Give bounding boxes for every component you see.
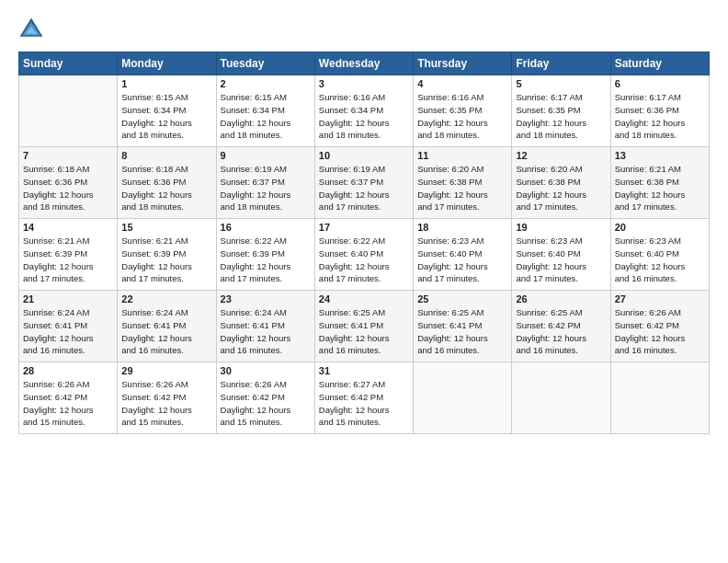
header-day: Monday bbox=[118, 52, 216, 75]
day-number: 2 bbox=[221, 78, 311, 89]
day-info: Sunrise: 6:15 AM Sunset: 6:34 PM Dayligh… bbox=[121, 91, 211, 142]
day-info: Sunrise: 6:20 AM Sunset: 6:38 PM Dayligh… bbox=[417, 163, 507, 213]
day-number: 26 bbox=[516, 293, 606, 304]
week-row: 14Sunrise: 6:21 AM Sunset: 6:39 PM Dayli… bbox=[19, 219, 710, 291]
day-number: 12 bbox=[516, 150, 606, 161]
day-number: 18 bbox=[417, 222, 507, 233]
day-number: 10 bbox=[319, 150, 409, 161]
day-info: Sunrise: 6:22 AM Sunset: 6:39 PM Dayligh… bbox=[221, 235, 311, 285]
day-info: Sunrise: 6:25 AM Sunset: 6:41 PM Dayligh… bbox=[319, 306, 409, 357]
page: SundayMondayTuesdayWednesdayThursdayFrid… bbox=[0, 0, 728, 443]
calendar-table: SundayMondayTuesdayWednesdayThursdayFrid… bbox=[18, 52, 710, 434]
day-info: Sunrise: 6:26 AM Sunset: 6:42 PM Dayligh… bbox=[121, 378, 211, 429]
day-info: Sunrise: 6:24 AM Sunset: 6:41 PM Dayligh… bbox=[121, 306, 211, 357]
calendar-cell bbox=[19, 75, 118, 147]
day-info: Sunrise: 6:26 AM Sunset: 6:42 PM Dayligh… bbox=[23, 378, 113, 429]
day-number: 6 bbox=[615, 78, 705, 89]
day-number: 25 bbox=[417, 293, 507, 304]
day-number: 22 bbox=[121, 293, 211, 304]
calendar-cell bbox=[414, 362, 512, 434]
day-number: 28 bbox=[23, 365, 113, 376]
calendar-cell: 22Sunrise: 6:24 AM Sunset: 6:41 PM Dayli… bbox=[118, 291, 216, 362]
week-row: 7Sunrise: 6:18 AM Sunset: 6:36 PM Daylig… bbox=[19, 147, 710, 219]
calendar-cell: 14Sunrise: 6:21 AM Sunset: 6:39 PM Dayli… bbox=[19, 219, 118, 291]
calendar-cell: 9Sunrise: 6:19 AM Sunset: 6:37 PM Daylig… bbox=[216, 147, 314, 219]
day-number: 27 bbox=[615, 293, 705, 304]
day-info: Sunrise: 6:15 AM Sunset: 6:34 PM Dayligh… bbox=[221, 91, 311, 142]
day-info: Sunrise: 6:21 AM Sunset: 6:38 PM Dayligh… bbox=[615, 163, 705, 213]
day-number: 5 bbox=[516, 78, 606, 89]
calendar-cell: 10Sunrise: 6:19 AM Sunset: 6:37 PM Dayli… bbox=[314, 147, 413, 219]
day-info: Sunrise: 6:23 AM Sunset: 6:40 PM Dayligh… bbox=[417, 235, 507, 285]
day-info: Sunrise: 6:17 AM Sunset: 6:35 PM Dayligh… bbox=[516, 91, 606, 142]
day-number: 14 bbox=[23, 222, 113, 233]
header bbox=[18, 17, 710, 42]
calendar-cell: 28Sunrise: 6:26 AM Sunset: 6:42 PM Dayli… bbox=[19, 362, 118, 434]
header-day: Saturday bbox=[610, 52, 709, 75]
header-row: SundayMondayTuesdayWednesdayThursdayFrid… bbox=[19, 52, 710, 75]
calendar-cell: 16Sunrise: 6:22 AM Sunset: 6:39 PM Dayli… bbox=[216, 219, 314, 291]
calendar-cell: 1Sunrise: 6:15 AM Sunset: 6:34 PM Daylig… bbox=[118, 75, 216, 147]
calendar-cell bbox=[512, 362, 610, 434]
calendar-cell: 19Sunrise: 6:23 AM Sunset: 6:40 PM Dayli… bbox=[512, 219, 610, 291]
day-info: Sunrise: 6:25 AM Sunset: 6:42 PM Dayligh… bbox=[516, 306, 606, 357]
calendar-cell: 12Sunrise: 6:20 AM Sunset: 6:38 PM Dayli… bbox=[512, 147, 610, 219]
day-info: Sunrise: 6:23 AM Sunset: 6:40 PM Dayligh… bbox=[516, 235, 606, 285]
day-info: Sunrise: 6:27 AM Sunset: 6:42 PM Dayligh… bbox=[319, 378, 409, 429]
day-number: 13 bbox=[615, 150, 705, 161]
day-number: 19 bbox=[516, 222, 606, 233]
day-number: 15 bbox=[121, 222, 211, 233]
day-info: Sunrise: 6:16 AM Sunset: 6:35 PM Dayligh… bbox=[417, 91, 507, 142]
header-day: Tuesday bbox=[216, 52, 314, 75]
day-info: Sunrise: 6:23 AM Sunset: 6:40 PM Dayligh… bbox=[615, 235, 705, 285]
day-info: Sunrise: 6:19 AM Sunset: 6:37 PM Dayligh… bbox=[319, 163, 409, 213]
calendar-cell: 5Sunrise: 6:17 AM Sunset: 6:35 PM Daylig… bbox=[512, 75, 610, 147]
day-info: Sunrise: 6:25 AM Sunset: 6:41 PM Dayligh… bbox=[417, 306, 507, 357]
day-info: Sunrise: 6:22 AM Sunset: 6:40 PM Dayligh… bbox=[319, 235, 409, 285]
calendar-cell: 18Sunrise: 6:23 AM Sunset: 6:40 PM Dayli… bbox=[414, 219, 512, 291]
header-day: Wednesday bbox=[314, 52, 413, 75]
day-number: 24 bbox=[319, 293, 409, 304]
day-info: Sunrise: 6:20 AM Sunset: 6:38 PM Dayligh… bbox=[516, 163, 606, 213]
calendar-cell: 2Sunrise: 6:15 AM Sunset: 6:34 PM Daylig… bbox=[216, 75, 314, 147]
day-number: 31 bbox=[319, 365, 409, 376]
calendar-cell: 25Sunrise: 6:25 AM Sunset: 6:41 PM Dayli… bbox=[414, 291, 512, 362]
calendar-cell: 4Sunrise: 6:16 AM Sunset: 6:35 PM Daylig… bbox=[414, 75, 512, 147]
logo-icon bbox=[18, 17, 44, 42]
day-number: 20 bbox=[615, 222, 705, 233]
day-info: Sunrise: 6:17 AM Sunset: 6:36 PM Dayligh… bbox=[615, 91, 705, 142]
day-number: 30 bbox=[221, 365, 311, 376]
day-info: Sunrise: 6:26 AM Sunset: 6:42 PM Dayligh… bbox=[221, 378, 311, 429]
day-info: Sunrise: 6:19 AM Sunset: 6:37 PM Dayligh… bbox=[221, 163, 311, 213]
day-number: 3 bbox=[319, 78, 409, 89]
day-info: Sunrise: 6:18 AM Sunset: 6:36 PM Dayligh… bbox=[121, 163, 211, 213]
calendar-cell: 30Sunrise: 6:26 AM Sunset: 6:42 PM Dayli… bbox=[216, 362, 314, 434]
calendar-cell: 24Sunrise: 6:25 AM Sunset: 6:41 PM Dayli… bbox=[314, 291, 413, 362]
calendar-cell: 3Sunrise: 6:16 AM Sunset: 6:34 PM Daylig… bbox=[314, 75, 413, 147]
day-number: 9 bbox=[221, 150, 311, 161]
calendar-cell: 7Sunrise: 6:18 AM Sunset: 6:36 PM Daylig… bbox=[19, 147, 118, 219]
calendar-cell: 20Sunrise: 6:23 AM Sunset: 6:40 PM Dayli… bbox=[610, 219, 709, 291]
header-day: Friday bbox=[512, 52, 610, 75]
week-row: 28Sunrise: 6:26 AM Sunset: 6:42 PM Dayli… bbox=[19, 362, 710, 434]
day-number: 23 bbox=[221, 293, 311, 304]
calendar-cell: 23Sunrise: 6:24 AM Sunset: 6:41 PM Dayli… bbox=[216, 291, 314, 362]
day-number: 1 bbox=[121, 78, 211, 89]
day-number: 21 bbox=[23, 293, 113, 304]
logo bbox=[18, 17, 46, 42]
day-number: 11 bbox=[417, 150, 507, 161]
day-info: Sunrise: 6:18 AM Sunset: 6:36 PM Dayligh… bbox=[23, 163, 113, 213]
calendar-cell: 21Sunrise: 6:24 AM Sunset: 6:41 PM Dayli… bbox=[19, 291, 118, 362]
day-number: 29 bbox=[121, 365, 211, 376]
calendar-cell bbox=[610, 362, 709, 434]
calendar-cell: 17Sunrise: 6:22 AM Sunset: 6:40 PM Dayli… bbox=[314, 219, 413, 291]
calendar-cell: 13Sunrise: 6:21 AM Sunset: 6:38 PM Dayli… bbox=[610, 147, 709, 219]
week-row: 21Sunrise: 6:24 AM Sunset: 6:41 PM Dayli… bbox=[19, 291, 710, 362]
day-info: Sunrise: 6:16 AM Sunset: 6:34 PM Dayligh… bbox=[319, 91, 409, 142]
day-info: Sunrise: 6:24 AM Sunset: 6:41 PM Dayligh… bbox=[221, 306, 311, 357]
day-number: 7 bbox=[23, 150, 113, 161]
day-info: Sunrise: 6:24 AM Sunset: 6:41 PM Dayligh… bbox=[23, 306, 113, 357]
calendar-cell: 15Sunrise: 6:21 AM Sunset: 6:39 PM Dayli… bbox=[118, 219, 216, 291]
calendar-cell: 11Sunrise: 6:20 AM Sunset: 6:38 PM Dayli… bbox=[414, 147, 512, 219]
calendar-cell: 31Sunrise: 6:27 AM Sunset: 6:42 PM Dayli… bbox=[314, 362, 413, 434]
